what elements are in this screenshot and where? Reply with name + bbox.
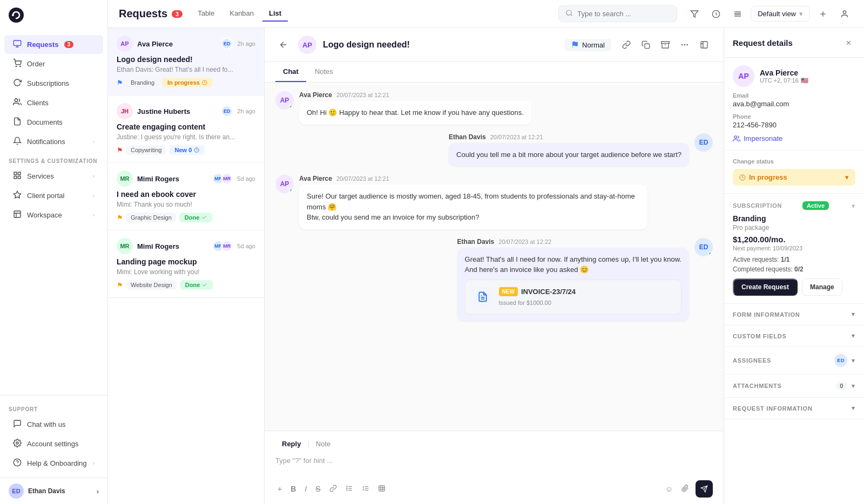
priority-label: Normal	[582, 41, 605, 49]
msg-bubble: Oh! Hi 🙂 Happy to hear that. Let me know…	[299, 101, 531, 125]
req-avatars: MR MR	[215, 173, 233, 185]
sidebar-item-notifications[interactable]: Notifications ›	[4, 132, 103, 151]
bullet-list-button[interactable]	[343, 482, 355, 496]
msg-meta: Ava Pierce 20/07/2023 at 12:21	[299, 175, 647, 182]
close-button[interactable]: ✕	[841, 36, 855, 50]
search-box[interactable]	[558, 5, 677, 22]
sidebar-item-order-label: Order	[27, 60, 45, 68]
list-item[interactable]: MR Mimi Rogers MR MR 5d ago I need an eb…	[108, 163, 264, 230]
sidebar-item-requests[interactable]: Requests 3	[4, 35, 103, 54]
msg-bubble: Could you tell me a bit more about your …	[449, 143, 689, 167]
add-button[interactable]: +	[275, 482, 284, 495]
phone-value: 212-456-7890	[733, 121, 855, 129]
strikethrough-button[interactable]: S	[313, 482, 322, 495]
sidebar-item-chat[interactable]: Chat with us	[4, 415, 103, 434]
req-time: 2h ago	[237, 40, 255, 47]
req-name: Mimi Rogers	[137, 242, 211, 250]
more-button[interactable]	[676, 36, 693, 53]
svg-point-34	[687, 44, 687, 45]
search-input[interactable]	[577, 10, 670, 18]
list-item[interactable]: JH Justine Huberts ED 2h ago Create enga…	[108, 96, 264, 163]
chat-priority[interactable]: Normal	[565, 39, 611, 51]
sidebar-item-clients-label: Clients	[27, 99, 49, 107]
attachments-header[interactable]: ATTACHMENTS 0 ▾	[724, 374, 864, 397]
msg-bubble: Great! That's all I need for now. If any…	[457, 248, 689, 321]
user-avatar: ED	[9, 483, 24, 499]
emoji-button[interactable]: ☺	[663, 482, 675, 495]
attachment-button[interactable]	[679, 482, 691, 496]
copy-button[interactable]	[637, 36, 654, 53]
svg-rect-30	[645, 44, 650, 49]
form-information-header[interactable]: FORM INFORMATION ▾	[724, 304, 864, 325]
list-item[interactable]: MR Mimi Rogers MR MR 5d ago Landing page…	[108, 230, 264, 298]
svg-point-33	[684, 44, 685, 45]
sidebar-item-documents[interactable]: Documents	[4, 113, 103, 132]
req-title: Logo design needed!	[117, 55, 255, 64]
sidebar-item-account[interactable]: Account settings	[4, 434, 103, 453]
invoice-card[interactable]: NEW INVOICE-23/7/24 Issued for $1000.00	[465, 280, 681, 315]
chat-messages: AP Ava Pierce 20/07/2023 at 12:21 Oh! Hi…	[265, 83, 724, 431]
request-information-header[interactable]: REQUEST INFORMATION ▾	[724, 398, 864, 419]
expand-button[interactable]	[696, 36, 713, 53]
sidebar-item-requests-label: Requests	[27, 40, 59, 49]
view-selector[interactable]: Default view ▾	[751, 6, 810, 22]
filter-button[interactable]	[686, 5, 703, 23]
tab-kanban[interactable]: Kanban	[223, 6, 260, 22]
sort-button[interactable]	[729, 5, 746, 23]
reply-tab-reply[interactable]: Reply	[275, 438, 307, 450]
reply-input[interactable]: Type "?" for hint ...	[275, 454, 713, 476]
reply-toolbar: + B I S ☺	[275, 480, 713, 498]
settings-section-label: SETTINGS & CUSTOMIZATION	[0, 152, 107, 166]
req-time: 2h ago	[237, 108, 255, 114]
sidebar-user[interactable]: ED Ethan Davis ›	[0, 478, 107, 504]
send-button[interactable]	[696, 480, 713, 498]
user-settings-button[interactable]	[836, 5, 853, 23]
back-button[interactable]	[275, 37, 292, 53]
sidebar-item-clients[interactable]: Clients	[4, 93, 103, 112]
svg-point-0	[9, 8, 24, 23]
user-name: Ethan Davis	[28, 487, 65, 495]
status-select[interactable]: In progress ▾	[733, 169, 855, 186]
user-circle-button[interactable]	[707, 5, 725, 23]
reply-tab-note[interactable]: Note	[309, 438, 337, 450]
chevron-down-icon: ▾	[852, 332, 855, 339]
numbered-list-button[interactable]	[360, 482, 372, 496]
req-tags: ⚑ Copywriting New 0	[117, 145, 255, 155]
subscription-actions: Create Request Manage	[733, 278, 855, 296]
custom-fields-header[interactable]: CUSTOM FIELDS ▾	[724, 325, 864, 346]
sidebar-item-order[interactable]: Order	[4, 55, 103, 73]
create-request-button[interactable]: Create Request	[733, 278, 798, 296]
sidebar-item-workspace[interactable]: Workspace ›	[4, 206, 103, 224]
tab-chat[interactable]: Chat	[275, 62, 306, 82]
status-value: In progress	[739, 173, 787, 181]
bold-button[interactable]: B	[288, 482, 298, 495]
add-button[interactable]	[814, 5, 832, 23]
request-information-accordion: REQUEST INFORMATION ▾	[724, 398, 864, 419]
tab-list[interactable]: List	[262, 6, 288, 22]
star-icon	[13, 190, 22, 201]
status-badge: Done	[180, 280, 213, 290]
chevron-right-icon: ›	[97, 487, 99, 495]
list-item[interactable]: AP Ava Pierce ED 2h ago Logo design need…	[108, 28, 264, 96]
req-preview: Mimi: Love working with you!	[117, 268, 255, 276]
table-button[interactable]	[376, 482, 388, 496]
link-button[interactable]	[327, 482, 339, 496]
sidebar-item-client-portal[interactable]: Client portal ›	[4, 186, 103, 205]
assignees-header[interactable]: ASSIGNEES ED ▾	[724, 347, 864, 374]
archive-button[interactable]	[657, 36, 674, 53]
tab-notes[interactable]: Notes	[307, 62, 341, 82]
italic-button[interactable]: I	[302, 482, 309, 495]
client-name: Ava Pierce	[760, 69, 808, 77]
link-button[interactable]	[618, 36, 635, 53]
sidebar-item-services[interactable]: Services ›	[4, 167, 103, 186]
svg-rect-6	[14, 172, 17, 175]
sidebar-item-subscriptions[interactable]: Subscriptions	[4, 74, 103, 93]
manage-button[interactable]: Manage	[802, 278, 842, 296]
svg-point-51	[734, 135, 737, 138]
msg-meta: Ethan Davis 20/07/2023 at 12:21	[449, 133, 689, 141]
sidebar-item-help[interactable]: Help & Onboarding ›	[4, 454, 103, 473]
req-tags: ⚑ Graphic Design Done	[117, 213, 255, 222]
tab-table[interactable]: Table	[191, 6, 221, 22]
attachments-right: 0 ▾	[836, 382, 855, 390]
impersonate-button[interactable]: Impersonate	[733, 134, 855, 142]
